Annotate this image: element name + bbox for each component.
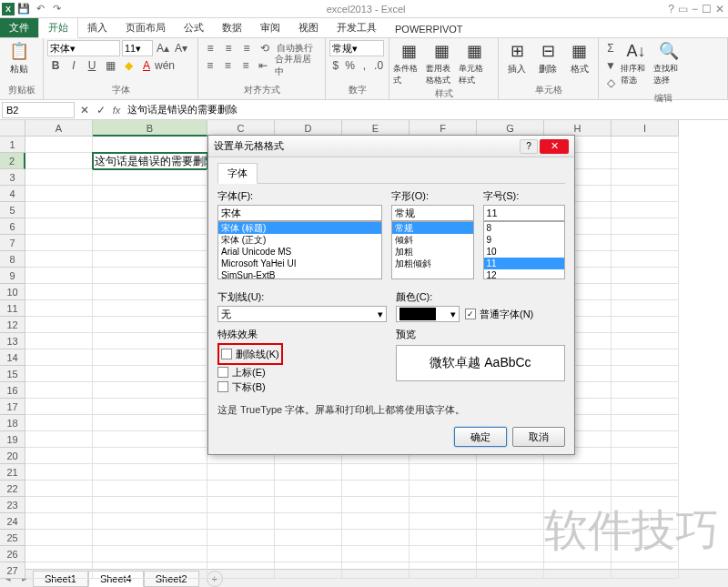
cell-B7[interactable] bbox=[93, 235, 207, 251]
cell-F25[interactable] bbox=[410, 530, 477, 546]
cell-A1[interactable] bbox=[25, 137, 93, 153]
cell-G26[interactable] bbox=[477, 546, 544, 562]
cell-B5[interactable] bbox=[93, 202, 207, 218]
autosum-icon[interactable]: Σ bbox=[602, 40, 619, 56]
cell-I14[interactable] bbox=[612, 349, 679, 366]
cell-A26[interactable] bbox=[25, 546, 93, 562]
row-header-9[interactable]: 9 bbox=[0, 268, 25, 284]
cell-B15[interactable] bbox=[93, 366, 207, 382]
align-center-icon[interactable]: ≡ bbox=[220, 57, 237, 74]
row-header-3[interactable]: 3 bbox=[0, 169, 25, 186]
row-header-6[interactable]: 6 bbox=[0, 218, 25, 235]
dialog-titlebar[interactable]: 设置单元格格式 ? ✕ bbox=[208, 136, 574, 157]
cell-I18[interactable] bbox=[612, 415, 679, 431]
accept-entry-icon[interactable]: ✓ bbox=[93, 102, 109, 118]
cell-I17[interactable] bbox=[612, 399, 679, 415]
cell-style-button[interactable]: ▦单元格样式 bbox=[459, 40, 490, 86]
row-header-11[interactable]: 11 bbox=[0, 300, 25, 317]
cell-A16[interactable] bbox=[25, 382, 93, 399]
cell-C27[interactable] bbox=[207, 562, 275, 579]
style-input[interactable]: 常规 bbox=[391, 205, 474, 221]
cell-A20[interactable] bbox=[25, 448, 93, 464]
cell-I12[interactable] bbox=[612, 317, 679, 333]
inc-dec-icon[interactable]: .0 bbox=[372, 57, 385, 74]
tab-insert[interactable]: 插入 bbox=[78, 18, 116, 37]
cell-G23[interactable] bbox=[477, 497, 544, 513]
cell-I15[interactable] bbox=[612, 366, 679, 382]
cell-B14[interactable] bbox=[93, 349, 207, 366]
save-icon[interactable]: 💾 bbox=[16, 2, 31, 16]
cell-I6[interactable] bbox=[612, 218, 679, 235]
clear-icon[interactable]: ◇ bbox=[602, 75, 619, 91]
row-header-7[interactable]: 7 bbox=[0, 235, 25, 251]
cell-D22[interactable] bbox=[275, 481, 342, 497]
row-header-10[interactable]: 10 bbox=[0, 284, 25, 300]
cell-G27[interactable] bbox=[477, 562, 544, 579]
border-icon[interactable]: ▦ bbox=[102, 57, 118, 74]
cell-E22[interactable] bbox=[342, 481, 410, 497]
cell-B23[interactable] bbox=[93, 497, 207, 513]
cell-A12[interactable] bbox=[25, 317, 93, 333]
row-header-14[interactable]: 14 bbox=[0, 349, 25, 366]
col-header-A[interactable]: A bbox=[25, 120, 93, 137]
sup-checkbox[interactable]: 上标(E) bbox=[217, 365, 387, 380]
row-header-22[interactable]: 22 bbox=[0, 481, 25, 497]
row-header-23[interactable]: 23 bbox=[0, 497, 25, 513]
cell-C25[interactable] bbox=[207, 530, 275, 546]
cell-E21[interactable] bbox=[342, 464, 410, 481]
row-header-12[interactable]: 12 bbox=[0, 317, 25, 333]
cell-B2[interactable]: 这句话是错误的需要删除 bbox=[93, 153, 207, 169]
cell-F24[interactable] bbox=[410, 513, 477, 530]
dialog-close-icon[interactable]: ✕ bbox=[540, 139, 569, 154]
cell-B1[interactable] bbox=[93, 137, 207, 153]
cell-H24[interactable] bbox=[544, 513, 612, 530]
size-list[interactable]: 8 9 10 11 12 14 bbox=[483, 221, 566, 279]
number-format-select[interactable]: 常规▾ bbox=[329, 40, 384, 56]
tab-powerpivot[interactable]: POWERPIVOT bbox=[386, 21, 472, 37]
tab-dev[interactable]: 开发工具 bbox=[328, 18, 386, 37]
row-header-4[interactable]: 4 bbox=[0, 186, 25, 202]
format-button[interactable]: ▦格式 bbox=[565, 40, 594, 76]
sub-checkbox[interactable]: 下标(B) bbox=[217, 380, 387, 394]
cell-B3[interactable] bbox=[93, 169, 207, 186]
font-item-3[interactable]: Microsoft YaHei UI bbox=[218, 258, 381, 269]
row-header-13[interactable]: 13 bbox=[0, 333, 25, 349]
orient-icon[interactable]: ⟲ bbox=[257, 40, 273, 56]
underline-select[interactable]: 无▾ bbox=[217, 306, 387, 322]
tab-file[interactable]: 文件 bbox=[0, 18, 38, 37]
cell-I20[interactable] bbox=[612, 448, 679, 464]
cell-B26[interactable] bbox=[93, 546, 207, 562]
cell-A6[interactable] bbox=[25, 218, 93, 235]
cell-H22[interactable] bbox=[544, 481, 612, 497]
paste-button[interactable]: 📋粘贴 bbox=[4, 40, 35, 76]
cell-B11[interactable] bbox=[93, 300, 207, 317]
cell-D21[interactable] bbox=[275, 464, 342, 481]
cell-B22[interactable] bbox=[93, 481, 207, 497]
cell-A5[interactable] bbox=[25, 202, 93, 218]
cell-H27[interactable] bbox=[544, 562, 612, 579]
cell-B21[interactable] bbox=[93, 464, 207, 481]
shrink-font-icon[interactable]: A▾ bbox=[173, 40, 189, 56]
col-header-I[interactable]: I bbox=[612, 120, 679, 137]
cell-G24[interactable] bbox=[477, 513, 544, 530]
cell-C24[interactable] bbox=[207, 513, 275, 530]
normal-font-checkbox[interactable]: ✓普通字体(N) bbox=[465, 307, 533, 321]
row-header-17[interactable]: 17 bbox=[0, 399, 25, 415]
cell-I21[interactable] bbox=[612, 464, 679, 481]
row-header-26[interactable]: 26 bbox=[0, 546, 25, 562]
cell-A19[interactable] bbox=[25, 431, 93, 448]
row-header-24[interactable]: 24 bbox=[0, 513, 25, 530]
cell-B27[interactable] bbox=[93, 562, 207, 579]
font-list[interactable]: 宋体 (标题) 宋体 (正文) Arial Unicode MS Microso… bbox=[217, 221, 382, 279]
select-all-corner[interactable] bbox=[0, 120, 25, 137]
font-size-select[interactable]: 11▾ bbox=[122, 40, 153, 56]
formula-input[interactable]: 这句话是错误的需要删除 bbox=[124, 103, 728, 116]
font-input[interactable]: 宋体 bbox=[217, 205, 382, 221]
size-item-4[interactable]: 12 bbox=[484, 269, 565, 279]
cell-F23[interactable] bbox=[410, 497, 477, 513]
close-icon[interactable]: ✕ bbox=[715, 3, 724, 15]
row-header-25[interactable]: 25 bbox=[0, 530, 25, 546]
cell-C21[interactable] bbox=[207, 464, 275, 481]
cell-A7[interactable] bbox=[25, 235, 93, 251]
tab-data[interactable]: 数据 bbox=[213, 18, 251, 37]
